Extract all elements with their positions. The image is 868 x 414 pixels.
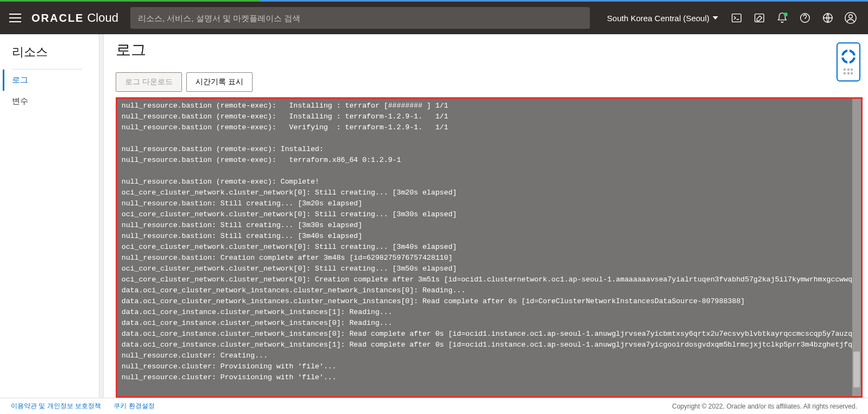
terminal-scrollbar[interactable] (852, 99, 861, 396)
oracle-cloud-logo[interactable]: ORACLE Cloud (32, 11, 118, 25)
download-log-button[interactable]: 로그 다운로드 (116, 72, 182, 92)
scrollbar-divider[interactable] (99, 34, 104, 398)
page-title: 로그 (116, 40, 863, 60)
notification-dot (784, 12, 788, 16)
copyright-text: Copyright © 2022, Oracle and/or its affi… (672, 403, 857, 410)
help-icon[interactable] (798, 11, 812, 24)
svg-point-5 (849, 15, 852, 18)
grip-dots-icon (844, 68, 853, 75)
terminal-output[interactable]: null_resource.bastion (remote-exec): Ins… (117, 99, 861, 396)
search-input[interactable] (130, 7, 590, 29)
sidebar-item-variables[interactable]: 변수 (12, 91, 99, 112)
profile-icon[interactable] (844, 11, 857, 24)
scrollbar-thumb[interactable] (853, 352, 860, 387)
logo-oracle: ORACLE (32, 12, 84, 24)
header-icons (730, 11, 863, 24)
main-content: 로그 로그 다운로드 시간기록 표시 null_resource.bastion… (104, 34, 868, 398)
menu-button[interactable] (5, 8, 25, 28)
notifications-icon[interactable] (776, 11, 789, 24)
terminal-container: null_resource.bastion (remote-exec): Ins… (116, 97, 863, 398)
sidebar-item-logs[interactable]: 로그 (3, 70, 99, 91)
region-selector[interactable]: South Korea Central (Seoul) (602, 14, 724, 23)
cloud-shell-icon[interactable] (730, 11, 743, 24)
support-widget[interactable] (836, 42, 860, 81)
logo-cloud: Cloud (87, 11, 118, 25)
button-row: 로그 다운로드 시간기록 표시 (116, 72, 863, 92)
footer-links: 이용약관 및 개인정보 보호정책 쿠키 환경설정 (11, 402, 166, 411)
cookie-settings-link[interactable]: 쿠키 환경설정 (114, 402, 154, 410)
body: 리소스 로그 변수 로그 로그 다운로드 시간기록 표시 null_resour… (0, 34, 868, 398)
globe-icon[interactable] (821, 11, 834, 24)
edit-icon[interactable] (753, 11, 766, 24)
sidebar: 리소스 로그 변수 (0, 34, 99, 398)
svg-rect-0 (732, 14, 741, 22)
header: ORACLE Cloud South Korea Central (Seoul) (0, 2, 868, 34)
region-label: South Korea Central (Seoul) (607, 14, 709, 23)
search-wrap (130, 7, 590, 29)
show-timelog-button[interactable]: 시간기록 표시 (186, 72, 253, 92)
terms-link[interactable]: 이용약관 및 개인정보 보호정책 (11, 402, 101, 410)
life-ring-icon (841, 49, 856, 64)
chevron-down-icon (713, 16, 718, 20)
sidebar-title: 리소스 (12, 44, 83, 70)
footer: 이용약관 및 개인정보 보호정책 쿠키 환경설정 Copyright © 202… (0, 398, 868, 414)
